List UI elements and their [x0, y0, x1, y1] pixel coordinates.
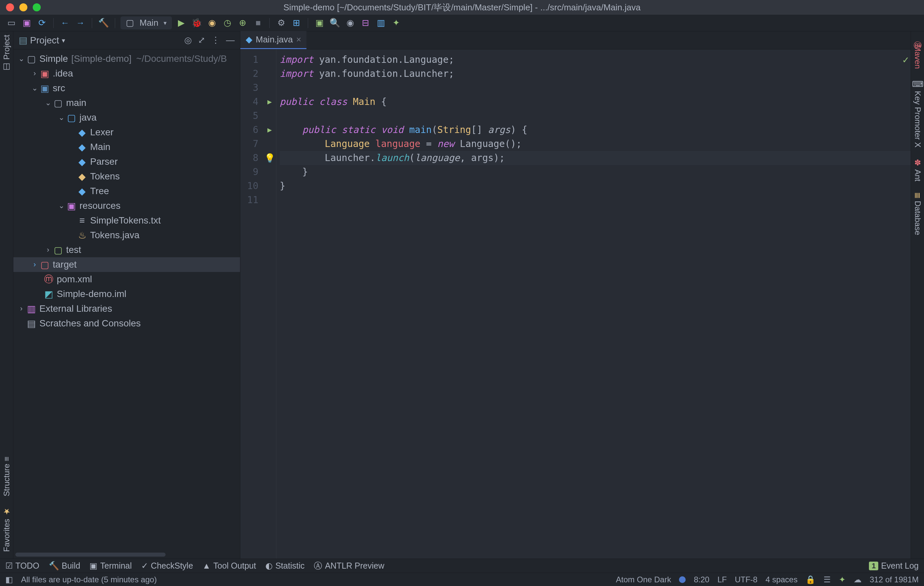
stop-button[interactable]: ■	[252, 17, 264, 29]
run-button[interactable]: ▶	[175, 17, 187, 29]
tree-main-folder[interactable]: ⌄▢ main	[13, 96, 240, 110]
tree-pom[interactable]: ⓜpom.xml	[13, 272, 240, 286]
tooloutput-icon: ▲	[202, 561, 211, 571]
attach-button[interactable]: ⊕	[237, 17, 249, 29]
target-icon[interactable]: ◎	[184, 35, 192, 45]
run-config-label: Main	[140, 18, 158, 28]
terminal-icon: ▣	[89, 561, 97, 571]
status-layers-icon[interactable]: ◧	[5, 575, 13, 584]
debug-button[interactable]: 🐞	[191, 17, 203, 29]
status-icon-2[interactable]: ☁	[853, 575, 861, 584]
search-button[interactable]: 🔍	[329, 17, 341, 29]
sync-button[interactable]: ⟳	[36, 17, 48, 29]
maven-tool-button[interactable]: ⓜ Maven	[912, 35, 923, 69]
build-tool-button[interactable]: 🔨Build	[49, 561, 81, 571]
tree-target[interactable]: ›▢ target	[13, 257, 240, 272]
maximize-window-button[interactable]	[33, 3, 41, 12]
tree-tree[interactable]: ◆Tree	[13, 184, 240, 199]
chevron-down-icon: ▾	[163, 19, 167, 27]
more-icon[interactable]: ⋮	[211, 35, 220, 45]
tree-tokens[interactable]: ◆Tokens	[13, 169, 240, 184]
run-gutter-icon[interactable]: ▶	[267, 123, 272, 137]
lock-icon[interactable]: 🔒	[805, 575, 815, 584]
hide-icon[interactable]: —	[226, 35, 235, 45]
project-tree[interactable]: ⌄▢ Simple [Simple-demo] ~/Documents/Stud…	[13, 50, 240, 559]
tree-main-class[interactable]: ◆Main	[13, 140, 240, 154]
tool3-button[interactable]: ⊟	[360, 17, 371, 29]
status-bar: ◧ All files are up-to-date (5 minutes ag…	[0, 573, 924, 586]
tree-lexer[interactable]: ◆Lexer	[13, 125, 240, 140]
tree-idea[interactable]: ›▣ .idea	[13, 66, 240, 81]
keypromoter-tool-button[interactable]: ⌨ Key Promoter X	[913, 79, 922, 147]
ant-tool-button[interactable]: ✽ Ant	[913, 158, 922, 181]
tab-main-java[interactable]: ◆ Main.java ×	[240, 31, 307, 49]
close-tab-icon[interactable]: ×	[296, 35, 301, 45]
back-button[interactable]: ←	[59, 17, 71, 29]
minimize-window-button[interactable]	[19, 3, 27, 12]
tree-extlib[interactable]: ›▥ External Libraries	[13, 301, 240, 316]
plugin-status-icon[interactable]: ✦	[839, 575, 846, 584]
coverage-button[interactable]: ◉	[206, 17, 218, 29]
profile-button[interactable]: ◷	[221, 17, 233, 29]
main-area: ◫ Project Structure ≡ Favorites ★ ▤ Proj…	[0, 31, 924, 559]
run-gutter-icon[interactable]: ▶	[267, 95, 272, 109]
close-window-button[interactable]	[6, 3, 14, 12]
project-panel-title[interactable]: ▤ Project ▾	[19, 35, 65, 46]
star-icon: ★	[2, 507, 12, 516]
tool2-button[interactable]: ◉	[344, 17, 356, 29]
todo-tool-button[interactable]: ☑TODO	[5, 561, 40, 571]
statistic-tool-button[interactable]: ◐Statistic	[266, 561, 305, 571]
intention-bulb-icon[interactable]: 💡	[264, 151, 275, 165]
project-panel-header: ▤ Project ▾ ◎ ⤢ ⋮ —	[13, 31, 240, 50]
ant-icon: ✽	[913, 158, 922, 167]
left-tool-gutter: ◫ Project Structure ≡ Favorites ★	[0, 31, 13, 559]
tree-simpletokens[interactable]: ≡SimpleTokens.txt	[13, 213, 240, 228]
cursor-position[interactable]: 8:20	[694, 575, 710, 584]
project-tool-button[interactable]: ◫ Project	[2, 35, 12, 72]
tree-src[interactable]: ⌄▣ src	[13, 81, 240, 96]
tree-iml[interactable]: ◩Simple-demo.iml	[13, 286, 240, 301]
save-button[interactable]: ▣	[21, 17, 33, 29]
collapse-icon[interactable]: ⤢	[198, 35, 205, 45]
key-icon: ⌨	[913, 79, 922, 89]
grid-icon[interactable]: ⊞	[290, 17, 302, 29]
build-icon: 🔨	[49, 561, 59, 571]
favorites-tool-button[interactable]: Favorites ★	[2, 507, 12, 552]
terminal-tool-button[interactable]: ▣Terminal	[89, 561, 132, 571]
checkstyle-tool-button[interactable]: ✓CheckStyle	[141, 561, 193, 571]
forward-button[interactable]: →	[74, 17, 86, 29]
memory-indicator[interactable]: 312 of 1981M	[870, 575, 919, 584]
plugins-button[interactable]: ✦	[390, 17, 402, 29]
horizontal-scrollbar[interactable]	[15, 553, 165, 556]
tree-java-folder[interactable]: ⌄▢ java	[13, 110, 240, 125]
status-icon-1[interactable]: ☰	[823, 575, 831, 584]
build-button[interactable]: 🔨	[97, 17, 109, 29]
open-file-button[interactable]: ▭	[5, 17, 17, 29]
tree-scratches[interactable]: ▤ Scratches and Consoles	[13, 316, 240, 331]
tree-resources[interactable]: ⌄▣ resources	[13, 199, 240, 213]
settings-button[interactable]: ⚙	[275, 17, 287, 29]
structure-tool-button[interactable]: Structure ≡	[2, 456, 12, 496]
statistic-icon: ◐	[266, 561, 273, 571]
tree-test[interactable]: ›▢ test	[13, 243, 240, 257]
project-folder-icon: ▤	[19, 35, 27, 46]
tree-tokensjava[interactable]: ♨Tokens.java	[13, 228, 240, 243]
tooloutput-tool-button[interactable]: ▲Tool Output	[202, 561, 256, 571]
database-tool-button[interactable]: ≣ Database	[913, 192, 922, 235]
file-encoding[interactable]: UTF-8	[735, 575, 757, 584]
todo-icon: ☑	[5, 561, 13, 571]
java-class-icon: ◆	[246, 35, 252, 45]
tree-parser[interactable]: ◆Parser	[13, 154, 240, 169]
indent-label[interactable]: 4 spaces	[766, 575, 797, 584]
tool4-button[interactable]: ▥	[375, 17, 387, 29]
tool1-button[interactable]: ▣	[314, 17, 325, 29]
line-separator[interactable]: LF	[718, 575, 727, 584]
code-content[interactable]: import yan.foundation.Language; import y…	[276, 50, 911, 559]
eventlog-button[interactable]: 1Event Log	[869, 561, 919, 571]
antlr-tool-button[interactable]: ⒶANTLR Preview	[314, 560, 384, 571]
tree-root[interactable]: ⌄▢ Simple [Simple-demo] ~/Documents/Stud…	[13, 51, 240, 66]
run-config-selector[interactable]: ▢ Main ▾	[120, 17, 172, 30]
code-editor[interactable]: ✓ 1 2 3 4 5 6 7 8 9 10 11 ▶ ▶ 💡	[240, 50, 911, 559]
inspection-ok-icon: ✓	[903, 53, 909, 67]
theme-label[interactable]: Atom One Dark	[616, 575, 671, 584]
